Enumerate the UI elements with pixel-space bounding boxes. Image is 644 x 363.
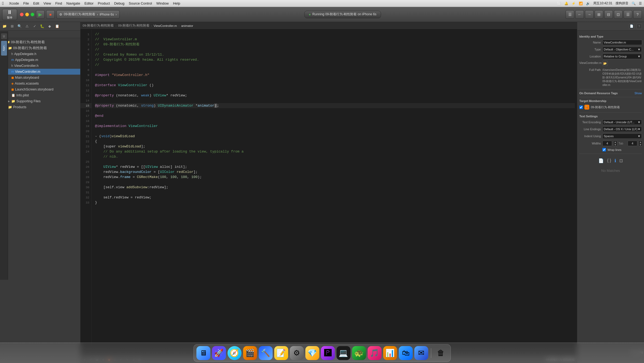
menu-product[interactable]: Product (98, 1, 110, 5)
menu-window[interactable]: Window (156, 1, 169, 5)
tree-info-plist[interactable]: 📋 Info.plist (0, 92, 80, 98)
tree-viewcontroller-h[interactable]: h ViewController.h (0, 63, 80, 69)
tree-launchscreen[interactable]: ◼ LaunchScreen.storyboard (0, 86, 80, 92)
dock-notes[interactable]: 📝 (274, 346, 288, 360)
tree-root-group[interactable]: ▼ 📁 09-附着行为-刚性附着 (0, 39, 80, 45)
inspector-indent-width-input[interactable] (628, 141, 637, 146)
inspector-target-checkbox[interactable] (579, 106, 583, 109)
nav-breakpoint-icon-button[interactable]: ◆ (46, 23, 53, 30)
dock-terminal[interactable]: 💻 (336, 346, 350, 360)
nav-issue-icon-button[interactable]: ⚠ (24, 23, 31, 30)
tree-viewcontroller-m[interactable]: m ViewController.m (0, 69, 80, 75)
menu-file[interactable]: File (23, 1, 29, 5)
inspector-file-icon-button[interactable]: 📄 (629, 24, 634, 29)
inspector-indent-width-increment-button[interactable]: ▲ (639, 141, 642, 143)
inspector-encoding-dropdown[interactable]: Default - Unicode (UT... ▼ (602, 119, 642, 125)
debug-strip-item-2[interactable]: UIDy (1, 41, 7, 56)
nav-scm-icon-button[interactable]: ⊞ (9, 23, 16, 30)
breadcrumb-item-1[interactable]: 09-附着行为-刚性附着 (83, 24, 114, 28)
tree-assets[interactable]: ◈ Assets.xcassets (0, 81, 80, 86)
dock-launchpad[interactable]: 🚀 (212, 346, 226, 360)
close-button[interactable] (20, 13, 24, 16)
menu-navigate[interactable]: Navigate (66, 1, 80, 5)
scheme-selector[interactable]: ⚙ 09-附着行为-刚性附着 › iPhone 6s › (56, 10, 120, 19)
inspector-toggle-button[interactable]: ☰ (624, 10, 632, 19)
menu-list-icon[interactable]: ☰ (639, 2, 642, 5)
tree-subgroup-1[interactable]: ▼ 📁 09-附着行为-刚性附着 (0, 45, 80, 51)
inspector-code-bottom-icon-button[interactable]: { } (607, 158, 611, 163)
menu-notification-icon[interactable]: 🔔 (564, 2, 568, 5)
layout-button-3[interactable]: ⊡ (614, 10, 623, 19)
inspector-indent-dropdown[interactable]: Spaces ▼ (602, 133, 642, 139)
menu-edit[interactable]: Edit (33, 1, 39, 5)
dock-media[interactable]: 🎬 (243, 346, 257, 360)
debug-strip-item-1[interactable]: U (1, 33, 7, 39)
menu-editor[interactable]: Editor (85, 1, 94, 5)
dock-itunes[interactable]: 🎵 (368, 346, 382, 360)
dock-safari[interactable]: 🧭 (228, 346, 241, 360)
nav-search-icon-button[interactable]: 🔍 (16, 23, 23, 30)
inspector-indent-width-stepper[interactable]: ▲ ▼ (638, 140, 643, 146)
nav-folder-icon-button[interactable]: 📁 (1, 23, 8, 30)
inspector-tab-width-stepper[interactable]: ▲ ▼ (613, 140, 617, 146)
menu-help[interactable]: Help (173, 1, 180, 5)
menu-debug[interactable]: Debug (114, 1, 124, 5)
dock-mail[interactable]: ✉ (414, 346, 428, 360)
dock-appstore[interactable]: 🛍 (399, 346, 413, 360)
inspector-tab-width-decrement-button[interactable]: ▼ (613, 143, 617, 146)
dock-filezilla[interactable]: 🐢 (352, 346, 366, 360)
breadcrumb-forward-button[interactable]: → (585, 10, 594, 19)
menu-source-control[interactable]: Source Control (129, 1, 152, 5)
inspector-type-dropdown[interactable]: Default - Objective-C... ▼ (602, 47, 642, 52)
nav-debug-icon-button[interactable]: 🐛 (39, 23, 46, 30)
inspector-location-bottom-icon-button[interactable]: ⊡ (619, 158, 623, 163)
inspector-tab-width-input[interactable] (602, 141, 612, 146)
nav-log-icon-button[interactable]: 📋 (54, 23, 61, 30)
inspector-tab-width-increment-button[interactable]: ▲ (613, 141, 617, 143)
tree-appdelegate-h[interactable]: h AppDelegate.h (0, 51, 80, 57)
dock-finder[interactable]: 🖥 (196, 346, 210, 360)
code-content[interactable]: // // ViewController.m // 09-附着行为-刚性附着 /… (92, 30, 577, 355)
tree-main-storyboard[interactable]: ◼ Main.storyboard (0, 75, 80, 81)
pause-button[interactable]: ⏸ 暂停 (2, 9, 17, 20)
apple-menu[interactable]:  (2, 1, 4, 6)
breadcrumb-item-2[interactable]: 09-附着行为-刚性附着 (118, 24, 149, 28)
breadcrumb-item-4[interactable]: animator (181, 24, 193, 27)
layout-button-1[interactable]: ⊞ (595, 10, 603, 19)
menu-find[interactable]: Find (55, 1, 62, 5)
navigator-toggle-button[interactable]: ☰ (566, 10, 574, 19)
inspector-file-bottom-icon-button[interactable]: 📄 (598, 158, 604, 163)
inspector-info-bottom-icon-button[interactable]: ℹ (614, 158, 616, 163)
menu-view[interactable]: View (43, 1, 51, 5)
layout-button-2[interactable]: ⊟ (604, 10, 613, 19)
dock-trash[interactable]: 🗑 (434, 346, 448, 360)
menu-ime[interactable]: 搜狗拼音 (616, 1, 628, 6)
inspector-endings-dropdown[interactable]: Default - OS X / Unix (LF) ▼ (602, 126, 642, 132)
inspector-location-dropdown[interactable]: Relative to Group ▼ (602, 54, 642, 59)
dock-sysprefs[interactable]: ⚙ (290, 346, 304, 360)
inspector-help-icon-button[interactable]: ? (636, 24, 642, 29)
nav-test-icon-button[interactable]: ✓ (31, 23, 38, 30)
dock-xcode[interactable]: 🔨 (259, 346, 273, 360)
dock-sketch[interactable]: 💎 (305, 346, 319, 360)
tree-appdelegate-m[interactable]: m AppDelegate.m (0, 57, 80, 63)
help-button[interactable]: ? (633, 10, 642, 19)
inspector-wrap-checkbox[interactable] (602, 148, 606, 151)
minimize-button[interactable] (25, 13, 29, 16)
inspector-od-show-link[interactable]: Show (634, 92, 642, 95)
dock-pixelmator[interactable]: 🅿 (321, 346, 335, 360)
dock-activity[interactable]: 📊 (383, 346, 397, 360)
stop-button[interactable]: ■ (46, 10, 55, 19)
tree-products[interactable]: ▶ 📁 Products (0, 104, 80, 110)
menu-xcode[interactable]: Xcode (9, 1, 19, 5)
inspector-indent-width-decrement-button[interactable]: ▼ (639, 143, 642, 146)
menu-search-icon[interactable]: 🔍 (632, 2, 636, 5)
inspector-name-input[interactable] (602, 40, 642, 45)
run-button[interactable]: ▶ (36, 10, 45, 19)
tree-supporting-files[interactable]: ▶ 📁 Supporting Files (0, 98, 80, 104)
inspector-indent-label: Indent Using (579, 135, 601, 138)
zoom-button[interactable] (31, 13, 34, 16)
breadcrumb-back-button[interactable]: ← (575, 10, 584, 19)
breadcrumb-item-3[interactable]: ViewController.m (154, 24, 177, 27)
inspector-filepath-reveal-button[interactable]: 📂 (602, 61, 608, 66)
